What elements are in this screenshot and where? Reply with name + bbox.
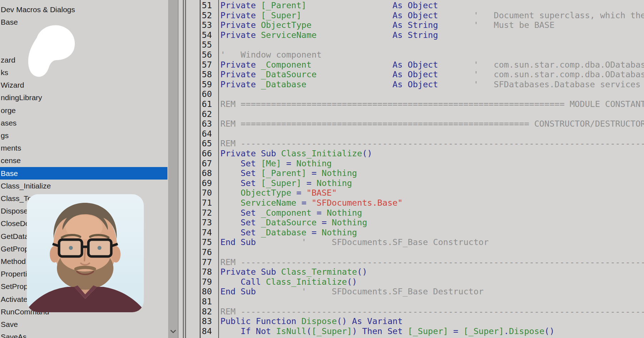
sidebar-scrollbar-track[interactable] (168, 0, 178, 338)
code-line-71: ServiceName = "SFDocuments.Base" (220, 198, 402, 208)
line-number: 60 (202, 89, 212, 99)
tree-item-saveas[interactable]: SaveAs (0, 331, 168, 338)
code-line-80: End Sub ' SFDocuments.SF_Base Destructor (220, 287, 484, 297)
code-line-77: REM ------------------------------------… (220, 258, 644, 268)
window-splitter-handle[interactable] (185, 0, 186, 338)
tree-item-save[interactable]: Save (0, 318, 168, 330)
code-line-54: Private ServiceName As String (220, 30, 438, 40)
code-line-69: Set [_Super] = Nothing (220, 178, 352, 188)
code-line-61: REM ====================================… (220, 99, 644, 109)
line-number: 63 (202, 119, 212, 129)
tree-item-dev-macros-dialogs[interactable]: Dev Macros & Dialogs (0, 3, 168, 16)
line-number: 76 (202, 248, 212, 258)
code-line-51: Private [_Parent] As Object (220, 1, 438, 11)
line-number: 80 (202, 287, 212, 297)
tree-item-class-initialize[interactable]: Class_Initialize (0, 180, 168, 192)
line-number: 66 (202, 149, 212, 159)
tree-item-ments[interactable]: ments (0, 142, 168, 155)
line-number: 77 (202, 258, 212, 268)
line-number-gutter: 5152535455565758596061626364656667686970… (202, 1, 218, 338)
line-number: 56 (202, 50, 212, 60)
line-number: 67 (202, 159, 212, 169)
line-number: 82 (202, 307, 212, 317)
tree-item-zard[interactable]: zard (0, 54, 168, 66)
redaction-blob (27, 23, 77, 79)
code-line-57: Private _Component As Object ' com.sun.s… (220, 60, 644, 70)
code-line-53: Private ObjectType As String ' Must be B… (220, 20, 555, 30)
tree-item[interactable] (0, 29, 168, 41)
line-number: 74 (202, 228, 212, 238)
code-line-59: Private _Database As Object ' SFDatabase… (220, 80, 640, 90)
code-line-84: If Not IsNull([_Super]) Then Set [_Super… (220, 327, 555, 337)
tree-item-orge[interactable]: orge (0, 104, 168, 117)
code-line-66: Private Sub Class_Initialize() (220, 149, 372, 159)
tree-item-base[interactable]: Base (0, 16, 168, 29)
code-line-73: Set _DataSource = Nothing (220, 218, 367, 228)
code-line-63: REM ====================================… (220, 119, 644, 129)
line-number: 69 (202, 178, 212, 188)
code-line-82: REM ------------------------------------… (220, 307, 644, 317)
line-number: 51 (202, 1, 212, 11)
code-line-75: End Sub ' SFDocuments.SF_Base Constructo… (220, 237, 489, 248)
code-line-74: Set _Database = Nothing (220, 228, 357, 238)
code-line-70: ObjectType = "BASE" (220, 188, 337, 198)
tree-item-ases[interactable]: ases (0, 117, 168, 129)
tree-item-ks[interactable]: ks (0, 66, 168, 79)
tree-item-ndinglibrary[interactable]: ndingLibrary (0, 92, 168, 104)
line-number: 65 (202, 139, 212, 149)
line-number: 52 (202, 11, 212, 21)
line-number: 58 (202, 70, 212, 80)
line-number: 59 (202, 80, 212, 90)
scrollbar-down-button[interactable] (168, 325, 178, 338)
line-number: 78 (202, 267, 212, 277)
tree-item-wizard[interactable]: Wizard (0, 79, 168, 92)
gutter-border (218, 0, 219, 338)
line-number: 68 (202, 168, 212, 178)
line-number: 84 (202, 327, 212, 337)
tree-item[interactable] (0, 41, 168, 54)
window-splitter[interactable] (183, 0, 184, 338)
sidebar-right-border (178, 0, 179, 338)
line-number: 79 (202, 277, 212, 287)
code-line-67: Set [Me] = Nothing (220, 159, 332, 169)
line-number: 73 (202, 218, 212, 228)
code-line-79: Call Class_Initialize() (220, 277, 357, 287)
code-line-52: Private [_Super] As Object ' Document su… (220, 11, 644, 21)
code-line-65: REM ------------------------------------… (220, 139, 644, 149)
line-number: 71 (202, 198, 212, 208)
tree-item-gs[interactable]: gs (0, 129, 168, 142)
line-number: 57 (202, 60, 212, 70)
line-number: 55 (202, 40, 212, 50)
code-window-left-border (200, 0, 201, 338)
line-number: 72 (202, 208, 212, 218)
code-line-78: Private Sub Class_Terminate() (220, 267, 367, 277)
line-number: 61 (202, 99, 212, 109)
code-editor[interactable]: Private [_Parent] As ObjectPrivate [_Sup… (220, 1, 644, 338)
line-number: 64 (202, 129, 212, 139)
code-line-72: Set _Component = Nothing (220, 208, 362, 218)
line-number: 81 (202, 297, 212, 307)
code-line-68: Set [_Parent] = Nothing (220, 168, 357, 178)
line-number: 83 (202, 317, 212, 327)
tree-item-base[interactable]: Base (0, 167, 167, 180)
line-number: 53 (202, 20, 212, 30)
line-number: 75 (202, 237, 212, 248)
profile-photo (27, 194, 144, 312)
code-line-83: Public Function Dispose() As Variant (220, 317, 402, 327)
line-number: 62 (202, 109, 212, 119)
tree-item-cense[interactable]: cense (0, 155, 168, 167)
chevron-down-icon (170, 328, 176, 335)
code-line-56: ' Window component (220, 50, 322, 60)
line-number: 70 (202, 188, 212, 198)
line-number: 54 (202, 30, 212, 40)
code-line-58: Private _DataSource As Object ' com.sun.… (220, 70, 644, 80)
